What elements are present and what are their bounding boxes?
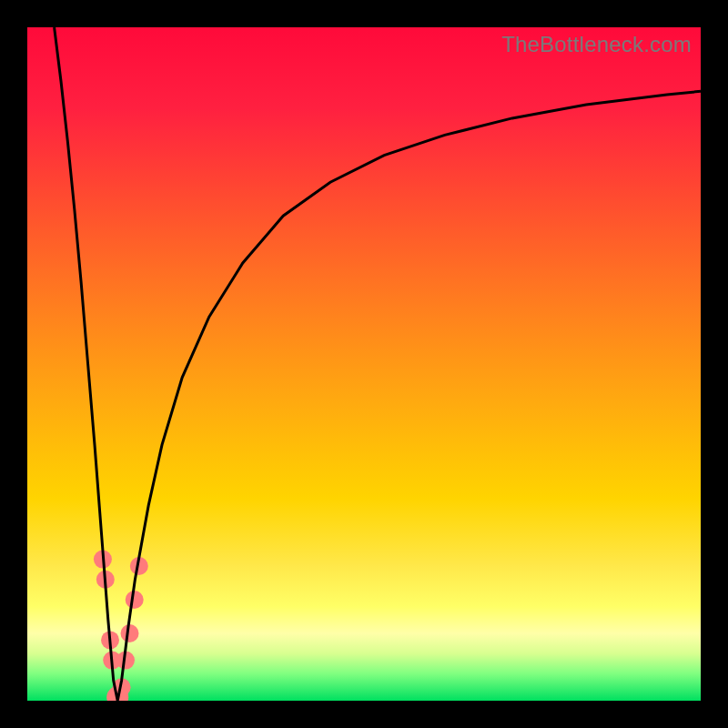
plot-area: TheBottleneck.com (27, 27, 701, 701)
watermark-label: TheBottleneck.com (501, 32, 692, 57)
chart-frame: TheBottleneck.com (0, 0, 728, 728)
data-marker (121, 624, 139, 642)
chart-svg (27, 27, 701, 701)
bottleneck-curve (55, 27, 701, 701)
